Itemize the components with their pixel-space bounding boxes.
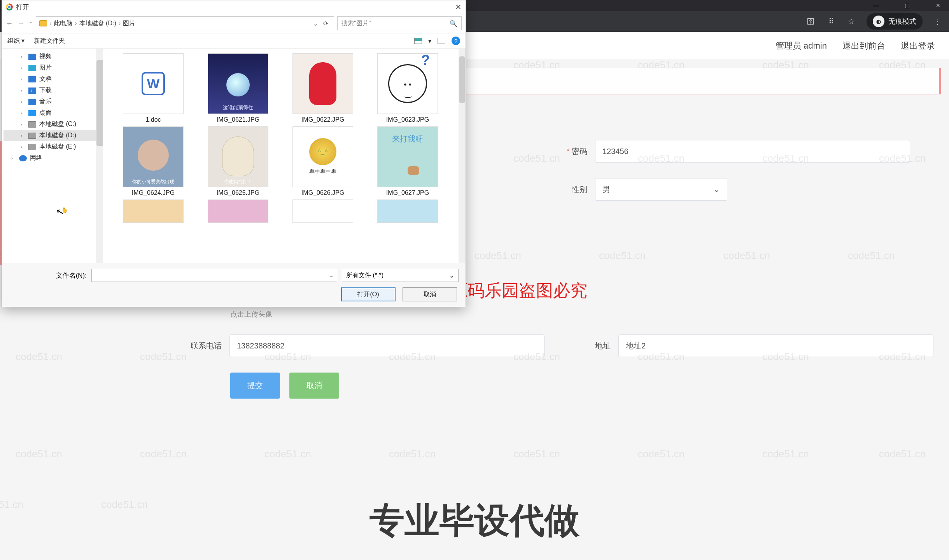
- address-label: 地址: [568, 341, 611, 351]
- file-item-0625[interactable]: 你他妈找打！ IMG_0625.JPG: [197, 126, 279, 196]
- key-icon[interactable]: ⚿: [806, 16, 816, 26]
- logout-to-front-link[interactable]: 退出到前台: [842, 40, 885, 52]
- file-item-0627[interactable]: 来打我呀 IMG_0627.JPG: [367, 126, 448, 196]
- path-folder[interactable]: 图片: [123, 19, 135, 28]
- tree-pictures[interactable]: ›图片: [4, 62, 101, 74]
- help-icon[interactable]: ?: [452, 37, 460, 45]
- incognito-label: 无痕模式: [888, 17, 916, 26]
- window-maximize-icon[interactable]: ▢: [899, 0, 915, 11]
- tree-drive-d[interactable]: ›本地磁盘 (D:): [4, 130, 101, 141]
- footer-watermark: 专业毕设代做: [0, 497, 949, 544]
- dialog-titlebar: 打开 ✕: [2, 0, 466, 14]
- phone-label: 联系电话: [179, 341, 222, 351]
- tree-documents[interactable]: ›文档: [4, 74, 101, 85]
- file-item-0623[interactable]: ? IMG_0623.JPG: [367, 53, 448, 123]
- file-item-0622[interactable]: IMG_0622.JPG: [282, 53, 364, 123]
- cancel-button[interactable]: 取消: [289, 373, 339, 399]
- file-item-0621[interactable]: 这谁能顶得住 IMG_0621.JPG: [197, 53, 279, 123]
- file-item-partial-2[interactable]: [197, 200, 279, 225]
- file-open-dialog: 打开 ✕ ← → ↑ › 此电脑 › 本地磁盘 (D:) › 图片 ⌄ ⟳ 搜索…: [2, 0, 466, 307]
- file-grid-scrollbar[interactable]: [459, 49, 466, 263]
- dialog-title: 打开: [16, 3, 29, 12]
- path-breadcrumb[interactable]: › 此电脑 › 本地磁盘 (D:) › 图片 ⌄ ⟳: [36, 16, 334, 30]
- star-icon[interactable]: ☆: [846, 16, 856, 26]
- window-minimize-icon[interactable]: ―: [868, 0, 884, 11]
- dialog-open-button[interactable]: 打开(O): [341, 287, 396, 301]
- new-folder-button[interactable]: 新建文件夹: [34, 37, 65, 45]
- phone-input[interactable]: [229, 334, 545, 357]
- tree-scrollbar[interactable]: [96, 49, 103, 263]
- window-close-icon[interactable]: ✕: [930, 0, 946, 11]
- password-label: 密码: [545, 146, 587, 157]
- path-root[interactable]: 此电脑: [54, 19, 72, 28]
- search-placeholder: 搜索"图片": [341, 19, 371, 28]
- tree-network[interactable]: ›网络: [4, 152, 101, 164]
- gender-label: 性别: [545, 184, 587, 195]
- logout-link[interactable]: 退出登录: [901, 40, 935, 52]
- filename-label: 文件名(N):: [9, 271, 87, 280]
- filename-input[interactable]: [91, 269, 337, 282]
- file-item-0626[interactable]: ^‿^卑中卑中卑 IMG_0626.JPG: [282, 126, 364, 196]
- incognito-badge[interactable]: ◐ 无痕模式: [867, 13, 923, 30]
- filetype-select[interactable]: 所有文件 (*.*)⌄: [342, 269, 459, 282]
- refresh-icon[interactable]: ⟳: [320, 20, 331, 27]
- incognito-icon: ◐: [873, 16, 884, 27]
- nav-back-icon[interactable]: ←: [6, 19, 13, 28]
- submit-button[interactable]: 提交: [230, 373, 280, 399]
- dialog-cancel-button[interactable]: 取消: [403, 287, 457, 301]
- tree-videos[interactable]: ›视频: [4, 51, 101, 62]
- chrome-icon: [6, 4, 13, 10]
- tree-drive-c[interactable]: ›本地磁盘 (C:): [4, 119, 101, 130]
- nav-forward-icon[interactable]: →: [18, 19, 25, 28]
- preview-pane-icon[interactable]: [438, 38, 445, 44]
- password-input[interactable]: [595, 140, 910, 163]
- dialog-nav: ← → ↑ › 此电脑 › 本地磁盘 (D:) › 图片 ⌄ ⟳ 搜索"图片" …: [2, 14, 466, 33]
- tree-music[interactable]: ›音乐: [4, 96, 101, 107]
- view-mode-icon[interactable]: [414, 38, 422, 44]
- chevron-down-icon[interactable]: ⌄: [313, 20, 318, 27]
- tree-drive-e[interactable]: ›本地磁盘 (E:): [4, 141, 101, 152]
- file-item-0624[interactable]: 你的小可爱突然出现 IMG_0624.JPG: [112, 126, 194, 196]
- file-item-doc[interactable]: W 1.doc: [112, 53, 194, 123]
- path-drive[interactable]: 本地磁盘 (D:): [79, 19, 116, 28]
- chevron-down-icon: ⌄: [713, 185, 720, 194]
- file-grid: W 1.doc 这谁能顶得住 IMG_0621.JPG IMG_0622.JPG…: [103, 49, 466, 263]
- nav-up-icon[interactable]: ↑: [29, 19, 33, 28]
- file-item-partial-1[interactable]: [112, 200, 194, 225]
- view-dropdown-icon[interactable]: ▾: [428, 37, 431, 45]
- gender-select[interactable]: 男 ⌄: [595, 178, 727, 201]
- dialog-close-icon[interactable]: ✕: [455, 2, 462, 12]
- chevron-down-icon[interactable]: ⌄: [329, 271, 334, 279]
- upload-avatar-hint[interactable]: 点击上传头像: [230, 310, 933, 319]
- address-input[interactable]: [618, 334, 933, 357]
- translate-icon[interactable]: ⠿: [826, 16, 836, 26]
- dialog-footer: 文件名(N): ⌄ 所有文件 (*.*)⌄ 打开(O) 取消: [2, 263, 466, 307]
- folder-tree: ›视频 ›图片 ›文档 ›下载 ›音乐 ›桌面 ›本地磁盘 (C:) ›本地磁盘…: [2, 49, 103, 263]
- folder-icon: [39, 20, 47, 26]
- tree-desktop[interactable]: ›桌面: [4, 107, 101, 119]
- gender-value: 男: [602, 184, 610, 195]
- chevron-down-icon: ⌄: [449, 272, 454, 279]
- file-item-partial-3[interactable]: [282, 200, 364, 225]
- dialog-search-input[interactable]: 搜索"图片" 🔍: [337, 16, 462, 30]
- menu-icon[interactable]: ⋮: [933, 16, 943, 26]
- organize-menu[interactable]: 组织 ▾: [7, 37, 25, 45]
- dialog-toolbar: 组织 ▾ 新建文件夹 ▾ ?: [2, 33, 466, 49]
- admin-label[interactable]: 管理员 admin: [776, 40, 827, 52]
- search-icon: 🔍: [450, 20, 457, 27]
- file-item-partial-4[interactable]: [367, 200, 448, 225]
- tree-downloads[interactable]: ›下载: [4, 85, 101, 96]
